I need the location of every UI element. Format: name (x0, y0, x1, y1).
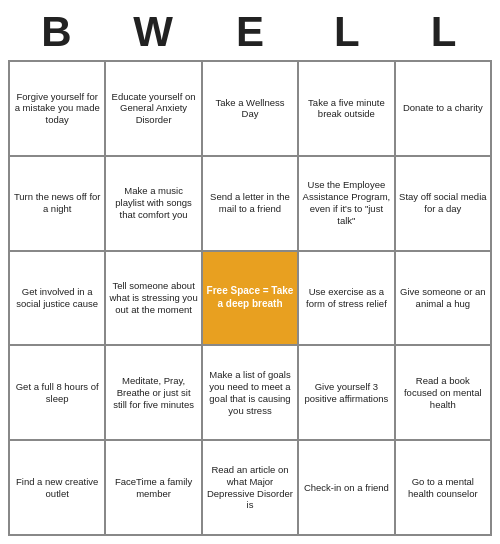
bingo-cell-13[interactable]: Use exercise as a form of stress relief (298, 251, 394, 346)
bingo-cell-6[interactable]: Make a music playlist with songs that co… (105, 156, 201, 251)
bingo-cell-10[interactable]: Get involved in a social justice cause (9, 251, 105, 346)
bingo-cell-7[interactable]: Send a letter in the mail to a friend (202, 156, 298, 251)
bingo-cell-16[interactable]: Meditate, Pray, Breathe or just sit stil… (105, 345, 201, 440)
letter-w: W (105, 8, 202, 56)
letter-l1: L (298, 8, 395, 56)
bingo-cell-5[interactable]: Turn the news off for a night (9, 156, 105, 251)
bingo-cell-14[interactable]: Give someone or an animal a hug (395, 251, 491, 346)
bingo-cell-2[interactable]: Take a Wellness Day (202, 61, 298, 156)
bingo-cell-1[interactable]: Educate yourself on General Anxiety Diso… (105, 61, 201, 156)
bingo-cell-24[interactable]: Go to a mental health counselor (395, 440, 491, 535)
bingo-cell-22[interactable]: Read an article on what Major Depressive… (202, 440, 298, 535)
bingo-cell-8[interactable]: Use the Employee Assistance Program, eve… (298, 156, 394, 251)
letter-b: B (8, 8, 105, 56)
bingo-grid: Forgive yourself for a mistake you made … (8, 60, 492, 536)
bingo-cell-15[interactable]: Get a full 8 hours of sleep (9, 345, 105, 440)
bingo-title: B W E L L (8, 8, 492, 56)
bingo-cell-18[interactable]: Give yourself 3 positive affirmations (298, 345, 394, 440)
bingo-cell-4[interactable]: Donate to a charity (395, 61, 491, 156)
bingo-cell-3[interactable]: Take a five minute break outside (298, 61, 394, 156)
bingo-cell-9[interactable]: Stay off social media for a day (395, 156, 491, 251)
bingo-cell-21[interactable]: FaceTime a family member (105, 440, 201, 535)
letter-e: E (202, 8, 299, 56)
bingo-cell-19[interactable]: Read a book focused on mental health (395, 345, 491, 440)
bingo-cell-11[interactable]: Tell someone about what is stressing you… (105, 251, 201, 346)
letter-l2: L (395, 8, 492, 56)
bingo-cell-12[interactable]: Free Space = Take a deep breath (202, 251, 298, 346)
bingo-cell-20[interactable]: Find a new creative outlet (9, 440, 105, 535)
bingo-cell-23[interactable]: Check-in on a friend (298, 440, 394, 535)
bingo-cell-0[interactable]: Forgive yourself for a mistake you made … (9, 61, 105, 156)
bingo-cell-17[interactable]: Make a list of goals you need to meet a … (202, 345, 298, 440)
